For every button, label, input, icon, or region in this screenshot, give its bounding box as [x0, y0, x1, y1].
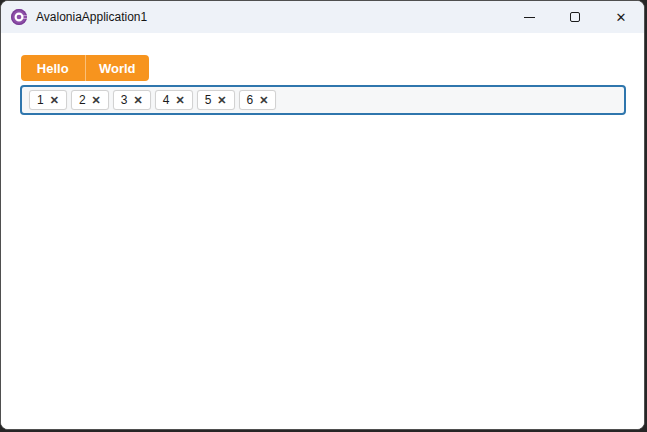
chip[interactable]: 1 ✕ [29, 90, 67, 110]
chip-remove-icon[interactable]: ✕ [92, 95, 101, 106]
chip-remove-icon[interactable]: ✕ [259, 95, 268, 106]
chip-label: 4 [163, 94, 170, 106]
tab-hello[interactable]: Hello [21, 55, 85, 81]
titlebar[interactable]: AvaloniaApplication1 ✕ [1, 1, 644, 33]
avalonia-logo-icon [11, 9, 27, 25]
chip-label: 2 [79, 94, 86, 106]
tab-world[interactable]: World [86, 55, 150, 81]
chip-label: 6 [247, 94, 254, 106]
app-window: AvaloniaApplication1 ✕ Hello World 1 ✕ 2… [0, 0, 645, 430]
chip-remove-icon[interactable]: ✕ [175, 95, 184, 106]
close-button[interactable]: ✕ [598, 1, 644, 33]
minimize-button[interactable] [506, 1, 552, 33]
window-content: Hello World 1 ✕ 2 ✕ 3 ✕ 4 ✕ 5 ✕ 6 ✕ [1, 33, 644, 430]
chip[interactable]: 3 ✕ [113, 90, 151, 110]
minimize-icon [524, 17, 535, 18]
chip[interactable]: 6 ✕ [239, 90, 277, 110]
maximize-icon [570, 12, 580, 22]
chip-label: 5 [205, 94, 212, 106]
chip-label: 3 [121, 94, 128, 106]
close-icon: ✕ [616, 11, 627, 24]
window-title: AvaloniaApplication1 [36, 10, 147, 24]
chip-label: 1 [37, 94, 44, 106]
maximize-button[interactable] [552, 1, 598, 33]
chips-input-field[interactable]: 1 ✕ 2 ✕ 3 ✕ 4 ✕ 5 ✕ 6 ✕ [20, 85, 626, 115]
chip[interactable]: 2 ✕ [71, 90, 109, 110]
chip-remove-icon[interactable]: ✕ [217, 95, 226, 106]
chip[interactable]: 4 ✕ [155, 90, 193, 110]
chip-remove-icon[interactable]: ✕ [134, 95, 143, 106]
chip-remove-icon[interactable]: ✕ [50, 95, 59, 106]
chip[interactable]: 5 ✕ [197, 90, 235, 110]
tabstrip: Hello World [21, 55, 149, 81]
